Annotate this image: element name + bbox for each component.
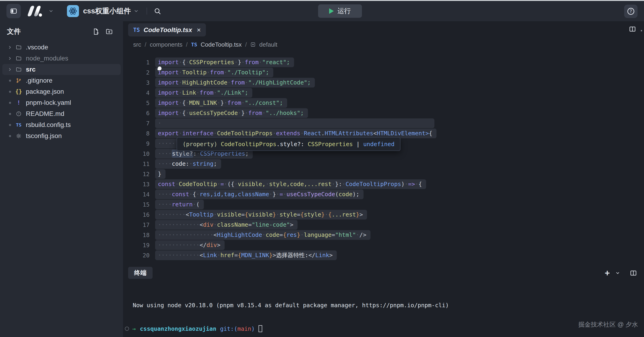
code-token: = (280, 191, 283, 198)
tab-codetooltip[interactable]: TS CodeTooltip.tsx × (128, 23, 206, 36)
code-line-7[interactable]: 7· (123, 118, 644, 128)
code-token: · (325, 211, 328, 218)
tree-item-package-json[interactable]: {}package.json (2, 86, 121, 97)
tree-item-tsconfig-json[interactable]: tsconfig.json (2, 130, 121, 142)
new-file-button[interactable] (92, 28, 100, 35)
code-line-11[interactable]: 11····code:·string; (123, 159, 644, 169)
code-token: · (300, 232, 304, 238)
code-token: { (300, 211, 304, 218)
code-token: } (158, 170, 161, 177)
code-line-13[interactable]: 13const·CodeTooltip·=·({·visible,·style,… (123, 179, 644, 189)
code-token: Tooltip (189, 211, 213, 218)
code-token: CSSProperties (200, 150, 245, 157)
code-token: · (272, 130, 276, 137)
workspace-menu-chevron[interactable] (48, 8, 54, 14)
code-token: ; (245, 150, 248, 157)
search-button[interactable] (154, 7, 161, 15)
code-line-18[interactable]: 18················<HighLightCode·code={r… (123, 230, 644, 240)
code-token: · (186, 100, 189, 106)
code-token: import (158, 79, 179, 86)
code-token: > (290, 221, 294, 228)
braces-icon: {} (16, 88, 22, 95)
folder-expand-toggle[interactable] (8, 45, 12, 50)
chevron-right-icon (8, 56, 12, 61)
line-number: 1 (123, 59, 150, 66)
line-number: 18 (123, 232, 150, 238)
code-line-12[interactable]: 12} (123, 169, 644, 179)
tree-item-README-md[interactable]: ?README.md (2, 108, 121, 119)
code-token: ···· (158, 150, 172, 157)
terminal-actions: + (605, 269, 637, 278)
breadcrumb[interactable]: src / components / TS CodeTooltip.tsx / … (123, 38, 644, 52)
sidebar-toggle-button[interactable] (6, 4, 21, 18)
file-explorer-sidebar: 文件 .vscodenode_modulessrc.gitignore{}pac… (0, 21, 123, 337)
code-token: ···· (158, 201, 172, 208)
code-token: : (193, 150, 197, 157)
tree-item-node-modules[interactable]: node_modules (2, 53, 121, 64)
terminal-dropdown-button[interactable] (616, 271, 620, 275)
code-line-text: · (155, 118, 434, 128)
new-folder-button[interactable] (106, 28, 113, 35)
breadcrumb-src[interactable]: src (133, 41, 141, 48)
code-line-20[interactable]: 20············<Link·href={MDN_LINK}>选择器特… (123, 250, 644, 260)
new-terminal-button[interactable]: + (605, 269, 610, 278)
code-token: "../hooks"; (266, 110, 304, 116)
line-number: 16 (123, 212, 150, 218)
code-line-3[interactable]: 3import·HighLightCode·from·"./HighLightC… (123, 78, 644, 88)
tree-item-pnpm-lock-yaml[interactable]: !pnpm-lock.yaml (2, 97, 121, 108)
code-token: = (241, 211, 245, 218)
code-line-6[interactable]: 6import·{·useCssTypeCode·}·from·"../hook… (123, 108, 644, 118)
code-line-14[interactable]: 14····const·{·res,id,tag,className·}·=·u… (123, 189, 644, 200)
breadcrumb-components[interactable]: components (150, 41, 182, 48)
terminal-output[interactable]: Now using node v20.18.0 (pnpm v8.15.4 as… (133, 288, 449, 337)
code-line-4[interactable]: 4import·Link·from·"./Link"; (123, 88, 644, 98)
code-line-5[interactable]: 5import·{·MDN_LINK·}·from·"../const"; (123, 98, 644, 108)
project-menu-chevron[interactable] (134, 8, 139, 14)
code-token: { (182, 110, 186, 116)
code-token: . (321, 130, 324, 137)
code-line-1[interactable]: 1import·{·CSSProperties·}·from·"react"; (123, 57, 644, 68)
code-token: from (210, 69, 224, 76)
code-token: < (186, 211, 189, 218)
code-token: from (227, 100, 241, 106)
folder-icon-wrap (15, 44, 22, 50)
breadcrumb-filename[interactable]: CodeTooltip.tsx (200, 41, 242, 48)
tree-item-rsbuild-config-ts[interactable]: TSrsbuild.config.ts (2, 119, 121, 130)
code-token: · (245, 79, 248, 86)
question-circle-icon: ? (16, 111, 22, 116)
code-token: · (283, 191, 286, 198)
tree-item--vscode[interactable]: .vscode (2, 42, 121, 53)
code-line-text: const·CodeTooltip·=·({·visible,·style,co… (155, 179, 426, 189)
code-token: = (220, 181, 224, 188)
code-line-text: ············<div·className="line-code"> (155, 220, 298, 230)
code-token: · (189, 160, 193, 167)
breadcrumb-symbol[interactable]: default (259, 41, 277, 48)
split-editor-button[interactable] (629, 26, 636, 33)
code-token: const (172, 191, 189, 198)
folder-icon (16, 44, 22, 50)
close-icon[interactable]: × (197, 26, 201, 34)
line-number: 3 (123, 80, 150, 86)
tree-item-src[interactable]: src (2, 64, 121, 75)
code-line-2[interactable]: 2import·Tooltip·from·"./Tooltip"; (123, 68, 644, 78)
code-token: div (206, 242, 217, 248)
prompt-branch: main (237, 326, 251, 332)
code-line-19[interactable]: 19············</div> (123, 240, 644, 250)
split-terminal-button[interactable] (630, 269, 637, 277)
code-token: return (172, 201, 192, 208)
folder-expand-toggle[interactable] (8, 56, 12, 61)
code-lines: 1import·{·CSSProperties·}·from·"react";2… (123, 57, 644, 260)
code-token: CodeTooltipProps (346, 181, 401, 188)
tab-terminal[interactable]: 终端 (128, 267, 152, 279)
help-button[interactable]: ? (624, 4, 638, 18)
prompt-cwd: cssquanzhongxiaozujian (140, 326, 216, 332)
run-button[interactable]: 运行 (318, 4, 362, 18)
code-token: · (179, 59, 182, 66)
tree-item--gitignore[interactable]: .gitignore (2, 75, 121, 86)
project-name[interactable]: css权重小组件 (83, 6, 131, 16)
code-editor[interactable]: 1import·{·CSSProperties·}·from·"react";2… (123, 52, 644, 263)
code-line-16[interactable]: 16········<Tooltip·visible={visible}·sty… (123, 210, 644, 220)
folder-expand-toggle[interactable] (8, 67, 12, 72)
code-line-17[interactable]: 17············<div·className="line-code"… (123, 220, 644, 230)
code-line-15[interactable]: 15····return·( (123, 200, 644, 210)
